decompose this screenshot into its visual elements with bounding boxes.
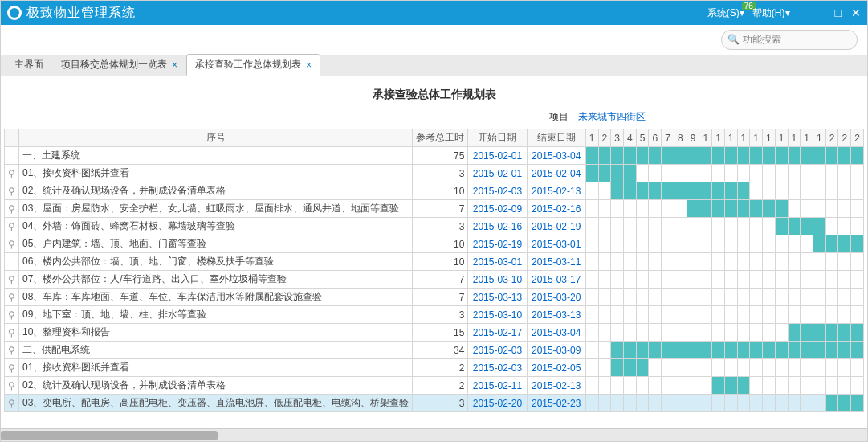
tab-close-icon[interactable]: × <box>306 59 312 71</box>
gantt-cell <box>699 147 712 165</box>
table-row[interactable]: ⚲03、变电所、配电房、高压配电柜、变压器、直流电池屏、低压配电柜、电缆沟、桥架… <box>5 395 864 412</box>
col-day[interactable]: 4 <box>623 129 636 147</box>
gantt-cell <box>763 182 776 200</box>
report-title: 承接查验总体工作规划表 <box>1 80 867 107</box>
gantt-cell <box>623 147 636 165</box>
col-day[interactable]: 2 <box>851 129 864 147</box>
cell-start: 2015-02-01 <box>468 165 527 182</box>
col-day[interactable]: 1 <box>737 129 750 147</box>
col-day[interactable]: 1 <box>699 129 712 147</box>
table-row[interactable]: ⚲01、接收资料图纸并查看22015-02-032015-02-05 <box>5 359 864 377</box>
tab[interactable]: 承接查验工作总体规划表× <box>186 54 320 76</box>
scrollbar-thumb[interactable] <box>1 431 218 440</box>
gantt-cell <box>687 218 699 235</box>
gantt-cell <box>737 182 750 200</box>
col-day[interactable]: 1 <box>712 129 725 147</box>
table-row[interactable]: ⚲05、户内建筑：墙、顶、地面、门窗等查验102015-02-192015-03… <box>5 235 864 253</box>
tab-close-icon[interactable]: × <box>172 59 177 71</box>
tab[interactable]: 项目移交总体规划一览表× <box>52 54 186 76</box>
col-day[interactable]: 1 <box>775 129 788 147</box>
gantt-cell <box>649 395 662 412</box>
cell-start: 2015-03-10 <box>468 306 527 324</box>
col-day[interactable]: 3 <box>611 129 624 147</box>
col-day[interactable]: 7 <box>662 129 674 147</box>
gantt-cell <box>636 218 649 235</box>
gantt-cell <box>712 235 725 253</box>
chevron-down-icon: ▾ <box>785 7 790 18</box>
col-day[interactable]: 8 <box>674 129 687 147</box>
col-end[interactable]: 结束日期 <box>527 129 585 147</box>
gantt-cell <box>851 377 864 395</box>
table-row[interactable]: ⚲09、地下室：顶、地、墙、柱、排水等查验32015-03-102015-03-… <box>5 306 864 324</box>
table-row[interactable]: ⚲二、供配电系统342015-02-032015-03-09 <box>5 342 864 359</box>
menu-help[interactable]: 帮助(H)▾ <box>752 6 790 20</box>
col-day[interactable]: 6 <box>649 129 662 147</box>
gantt-cell <box>788 395 801 412</box>
gantt-cell <box>611 182 624 200</box>
col-day[interactable]: 1 <box>750 129 763 147</box>
gantt-cell <box>737 377 750 395</box>
gantt-cell <box>674 235 687 253</box>
gantt-cell <box>838 306 851 324</box>
table-row[interactable]: ⚲08、车库：车库地面、车道、车位、车库保洁用水等附属配套设施查验72015-0… <box>5 289 864 306</box>
col-name[interactable]: 序号 <box>19 129 413 147</box>
col-start[interactable]: 开始日期 <box>468 129 527 147</box>
maximize-icon[interactable]: □ <box>835 6 842 19</box>
col-day[interactable]: 1 <box>801 129 813 147</box>
gantt-cell <box>788 218 801 235</box>
gantt-cell <box>699 377 712 395</box>
table-row[interactable]: ⚲07、楼外公共部位：人/车行道路、出入口、室外垃圾桶等查验72015-03-1… <box>5 271 864 289</box>
col-day[interactable]: 1 <box>724 129 737 147</box>
col-day[interactable]: 1 <box>763 129 776 147</box>
cell-name: 09、地下室：顶、地、墙、柱、排水等查验 <box>19 306 413 324</box>
col-day[interactable]: 2 <box>825 129 838 147</box>
col-day[interactable]: 1 <box>813 129 825 147</box>
col-hours[interactable]: 参考总工时 <box>413 129 468 147</box>
gantt-cell <box>724 377 737 395</box>
gantt-cell <box>851 165 864 182</box>
minimize-icon[interactable]: — <box>814 6 825 19</box>
gantt-cell <box>788 359 801 377</box>
gantt-cell <box>763 200 776 218</box>
gantt-cell <box>674 271 687 289</box>
menu-system[interactable]: 系统(S)▾ 76 <box>707 6 744 20</box>
tab-label: 承接查验工作总体规划表 <box>195 58 301 72</box>
row-anchor-icon: ⚲ <box>5 182 19 200</box>
table-row[interactable]: ⚲04、外墙：饰面砖、蜂窝石材板、幕墙玻璃等查验32015-02-162015-… <box>5 218 864 235</box>
gantt-cell <box>838 182 851 200</box>
gantt-cell <box>611 235 624 253</box>
cell-start: 2015-03-01 <box>468 253 527 271</box>
gantt-cell <box>788 324 801 342</box>
table-row[interactable]: ⚲10、整理资料和报告152015-02-172015-03-04 <box>5 324 864 342</box>
col-day[interactable]: 9 <box>687 129 699 147</box>
table-row[interactable]: 06、楼内公共部位：墙、顶、地、门窗、楼梯及扶手等查验102015-03-012… <box>5 253 864 271</box>
search-input[interactable]: 🔍 功能搜索 <box>721 30 858 50</box>
table-row[interactable]: ⚲02、统计及确认现场设备，并制成设备清单表格22015-02-112015-0… <box>5 377 864 395</box>
horizontal-scrollbar[interactable] <box>1 428 867 441</box>
cell-name: 01、接收资料图纸并查看 <box>19 359 413 377</box>
col-day[interactable]: 5 <box>636 129 649 147</box>
gantt-cell <box>699 235 712 253</box>
col-day[interactable]: 1 <box>585 129 598 147</box>
gantt-cell <box>825 200 838 218</box>
table-row[interactable]: 一、土建系统752015-02-012015-03-04 <box>5 147 864 165</box>
table-row[interactable]: ⚲02、统计及确认现场设备，并制成设备清单表格102015-02-032015-… <box>5 182 864 200</box>
col-day[interactable]: 1 <box>788 129 801 147</box>
col-day[interactable]: 2 <box>598 129 611 147</box>
gantt-cell <box>674 359 687 377</box>
gantt-cell <box>775 253 788 271</box>
tab[interactable]: 主界面 <box>6 54 52 76</box>
cell-name: 03、屋面：房屋防水、安全护栏、女儿墙、虹吸雨水、屋面排水、通风井道、地面等查验 <box>19 200 413 218</box>
gantt-cell <box>636 377 649 395</box>
col-day[interactable]: 2 <box>838 129 851 147</box>
cell-start: 2015-02-17 <box>468 324 527 342</box>
table-row[interactable]: ⚲03、屋面：房屋防水、安全护栏、女儿墙、虹吸雨水、屋面排水、通风井道、地面等查… <box>5 200 864 218</box>
gantt-cell <box>801 342 813 359</box>
gantt-cell <box>763 253 776 271</box>
close-icon[interactable]: ✕ <box>851 6 861 19</box>
gantt-cell <box>674 395 687 412</box>
gantt-cell <box>750 200 763 218</box>
table-row[interactable]: ⚲01、接收资料图纸并查看32015-02-012015-02-04 <box>5 165 864 182</box>
gantt-cell <box>724 395 737 412</box>
gantt-cell <box>775 147 788 165</box>
